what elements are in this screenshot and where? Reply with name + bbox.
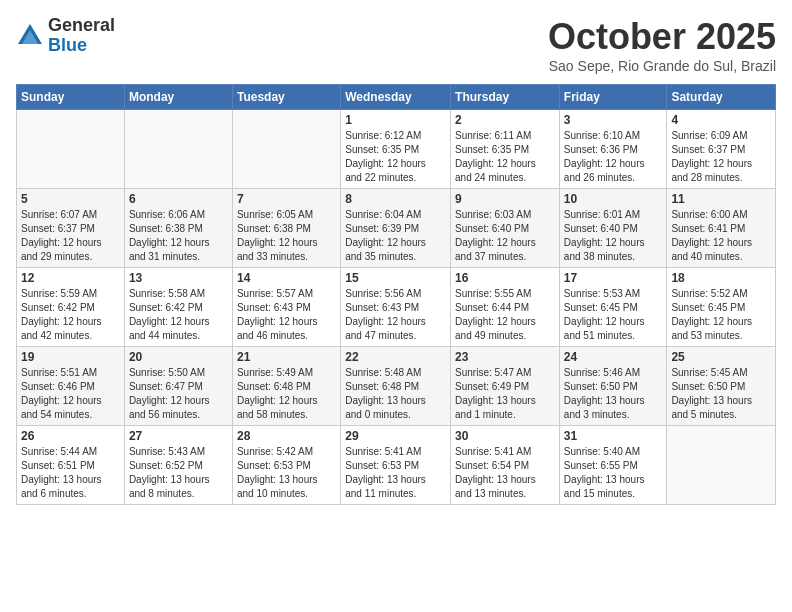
calendar-cell: 28Sunrise: 5:42 AMSunset: 6:53 PMDayligh… bbox=[232, 426, 340, 505]
calendar-cell: 22Sunrise: 5:48 AMSunset: 6:48 PMDayligh… bbox=[341, 347, 451, 426]
calendar-cell: 30Sunrise: 5:41 AMSunset: 6:54 PMDayligh… bbox=[451, 426, 560, 505]
calendar-cell: 31Sunrise: 5:40 AMSunset: 6:55 PMDayligh… bbox=[559, 426, 667, 505]
location: Sao Sepe, Rio Grande do Sul, Brazil bbox=[548, 58, 776, 74]
day-number: 28 bbox=[237, 429, 336, 443]
cell-content: Sunrise: 5:50 AMSunset: 6:47 PMDaylight:… bbox=[129, 366, 228, 422]
calendar-cell: 3Sunrise: 6:10 AMSunset: 6:36 PMDaylight… bbox=[559, 110, 667, 189]
day-number: 15 bbox=[345, 271, 446, 285]
day-number: 18 bbox=[671, 271, 771, 285]
cell-content: Sunrise: 5:58 AMSunset: 6:42 PMDaylight:… bbox=[129, 287, 228, 343]
calendar-week-row: 5Sunrise: 6:07 AMSunset: 6:37 PMDaylight… bbox=[17, 189, 776, 268]
cell-content: Sunrise: 5:51 AMSunset: 6:46 PMDaylight:… bbox=[21, 366, 120, 422]
cell-content: Sunrise: 5:52 AMSunset: 6:45 PMDaylight:… bbox=[671, 287, 771, 343]
logo-blue: Blue bbox=[48, 36, 115, 56]
day-number: 26 bbox=[21, 429, 120, 443]
day-number: 4 bbox=[671, 113, 771, 127]
calendar-week-row: 26Sunrise: 5:44 AMSunset: 6:51 PMDayligh… bbox=[17, 426, 776, 505]
calendar-cell: 29Sunrise: 5:41 AMSunset: 6:53 PMDayligh… bbox=[341, 426, 451, 505]
calendar-cell: 18Sunrise: 5:52 AMSunset: 6:45 PMDayligh… bbox=[667, 268, 776, 347]
calendar-cell: 7Sunrise: 6:05 AMSunset: 6:38 PMDaylight… bbox=[232, 189, 340, 268]
day-number: 7 bbox=[237, 192, 336, 206]
day-number: 25 bbox=[671, 350, 771, 364]
cell-content: Sunrise: 5:46 AMSunset: 6:50 PMDaylight:… bbox=[564, 366, 663, 422]
calendar-cell: 17Sunrise: 5:53 AMSunset: 6:45 PMDayligh… bbox=[559, 268, 667, 347]
title-area: October 2025 Sao Sepe, Rio Grande do Sul… bbox=[548, 16, 776, 74]
calendar-week-row: 1Sunrise: 6:12 AMSunset: 6:35 PMDaylight… bbox=[17, 110, 776, 189]
cell-content: Sunrise: 5:43 AMSunset: 6:52 PMDaylight:… bbox=[129, 445, 228, 501]
calendar-cell: 13Sunrise: 5:58 AMSunset: 6:42 PMDayligh… bbox=[124, 268, 232, 347]
day-number: 24 bbox=[564, 350, 663, 364]
day-number: 27 bbox=[129, 429, 228, 443]
cell-content: Sunrise: 6:07 AMSunset: 6:37 PMDaylight:… bbox=[21, 208, 120, 264]
day-number: 21 bbox=[237, 350, 336, 364]
calendar-cell: 2Sunrise: 6:11 AMSunset: 6:35 PMDaylight… bbox=[451, 110, 560, 189]
month-title: October 2025 bbox=[548, 16, 776, 58]
day-number: 20 bbox=[129, 350, 228, 364]
day-number: 22 bbox=[345, 350, 446, 364]
calendar-cell: 14Sunrise: 5:57 AMSunset: 6:43 PMDayligh… bbox=[232, 268, 340, 347]
cell-content: Sunrise: 5:41 AMSunset: 6:53 PMDaylight:… bbox=[345, 445, 446, 501]
calendar-cell: 11Sunrise: 6:00 AMSunset: 6:41 PMDayligh… bbox=[667, 189, 776, 268]
cell-content: Sunrise: 5:44 AMSunset: 6:51 PMDaylight:… bbox=[21, 445, 120, 501]
logo: General Blue bbox=[16, 16, 115, 56]
cell-content: Sunrise: 5:40 AMSunset: 6:55 PMDaylight:… bbox=[564, 445, 663, 501]
calendar-table: SundayMondayTuesdayWednesdayThursdayFrid… bbox=[16, 84, 776, 505]
day-number: 9 bbox=[455, 192, 555, 206]
cell-content: Sunrise: 6:10 AMSunset: 6:36 PMDaylight:… bbox=[564, 129, 663, 185]
cell-content: Sunrise: 5:47 AMSunset: 6:49 PMDaylight:… bbox=[455, 366, 555, 422]
cell-content: Sunrise: 6:11 AMSunset: 6:35 PMDaylight:… bbox=[455, 129, 555, 185]
cell-content: Sunrise: 5:42 AMSunset: 6:53 PMDaylight:… bbox=[237, 445, 336, 501]
day-number: 2 bbox=[455, 113, 555, 127]
cell-content: Sunrise: 5:56 AMSunset: 6:43 PMDaylight:… bbox=[345, 287, 446, 343]
day-number: 12 bbox=[21, 271, 120, 285]
calendar-cell bbox=[124, 110, 232, 189]
weekday-header: Wednesday bbox=[341, 85, 451, 110]
weekday-header: Thursday bbox=[451, 85, 560, 110]
day-number: 16 bbox=[455, 271, 555, 285]
calendar-cell: 16Sunrise: 5:55 AMSunset: 6:44 PMDayligh… bbox=[451, 268, 560, 347]
page-header: General Blue October 2025 Sao Sepe, Rio … bbox=[16, 16, 776, 74]
cell-content: Sunrise: 6:01 AMSunset: 6:40 PMDaylight:… bbox=[564, 208, 663, 264]
weekday-header: Saturday bbox=[667, 85, 776, 110]
weekday-header: Monday bbox=[124, 85, 232, 110]
logo-icon bbox=[16, 22, 44, 50]
day-number: 31 bbox=[564, 429, 663, 443]
day-number: 10 bbox=[564, 192, 663, 206]
calendar-week-row: 19Sunrise: 5:51 AMSunset: 6:46 PMDayligh… bbox=[17, 347, 776, 426]
weekday-header: Sunday bbox=[17, 85, 125, 110]
calendar-cell bbox=[667, 426, 776, 505]
calendar-cell: 5Sunrise: 6:07 AMSunset: 6:37 PMDaylight… bbox=[17, 189, 125, 268]
calendar-cell: 12Sunrise: 5:59 AMSunset: 6:42 PMDayligh… bbox=[17, 268, 125, 347]
calendar-cell: 24Sunrise: 5:46 AMSunset: 6:50 PMDayligh… bbox=[559, 347, 667, 426]
calendar-cell: 26Sunrise: 5:44 AMSunset: 6:51 PMDayligh… bbox=[17, 426, 125, 505]
day-number: 5 bbox=[21, 192, 120, 206]
calendar-cell: 1Sunrise: 6:12 AMSunset: 6:35 PMDaylight… bbox=[341, 110, 451, 189]
cell-content: Sunrise: 5:41 AMSunset: 6:54 PMDaylight:… bbox=[455, 445, 555, 501]
calendar-week-row: 12Sunrise: 5:59 AMSunset: 6:42 PMDayligh… bbox=[17, 268, 776, 347]
cell-content: Sunrise: 6:09 AMSunset: 6:37 PMDaylight:… bbox=[671, 129, 771, 185]
calendar-cell: 21Sunrise: 5:49 AMSunset: 6:48 PMDayligh… bbox=[232, 347, 340, 426]
day-number: 11 bbox=[671, 192, 771, 206]
cell-content: Sunrise: 5:55 AMSunset: 6:44 PMDaylight:… bbox=[455, 287, 555, 343]
day-number: 6 bbox=[129, 192, 228, 206]
cell-content: Sunrise: 6:04 AMSunset: 6:39 PMDaylight:… bbox=[345, 208, 446, 264]
cell-content: Sunrise: 6:06 AMSunset: 6:38 PMDaylight:… bbox=[129, 208, 228, 264]
calendar-cell: 6Sunrise: 6:06 AMSunset: 6:38 PMDaylight… bbox=[124, 189, 232, 268]
cell-content: Sunrise: 5:48 AMSunset: 6:48 PMDaylight:… bbox=[345, 366, 446, 422]
day-number: 3 bbox=[564, 113, 663, 127]
cell-content: Sunrise: 6:00 AMSunset: 6:41 PMDaylight:… bbox=[671, 208, 771, 264]
day-number: 1 bbox=[345, 113, 446, 127]
weekday-header: Friday bbox=[559, 85, 667, 110]
calendar-cell bbox=[232, 110, 340, 189]
cell-content: Sunrise: 5:45 AMSunset: 6:50 PMDaylight:… bbox=[671, 366, 771, 422]
calendar-cell: 27Sunrise: 5:43 AMSunset: 6:52 PMDayligh… bbox=[124, 426, 232, 505]
cell-content: Sunrise: 5:59 AMSunset: 6:42 PMDaylight:… bbox=[21, 287, 120, 343]
calendar-cell bbox=[17, 110, 125, 189]
cell-content: Sunrise: 6:12 AMSunset: 6:35 PMDaylight:… bbox=[345, 129, 446, 185]
calendar-cell: 4Sunrise: 6:09 AMSunset: 6:37 PMDaylight… bbox=[667, 110, 776, 189]
day-number: 19 bbox=[21, 350, 120, 364]
day-number: 8 bbox=[345, 192, 446, 206]
weekday-header-row: SundayMondayTuesdayWednesdayThursdayFrid… bbox=[17, 85, 776, 110]
calendar-cell: 10Sunrise: 6:01 AMSunset: 6:40 PMDayligh… bbox=[559, 189, 667, 268]
logo-text: General Blue bbox=[48, 16, 115, 56]
